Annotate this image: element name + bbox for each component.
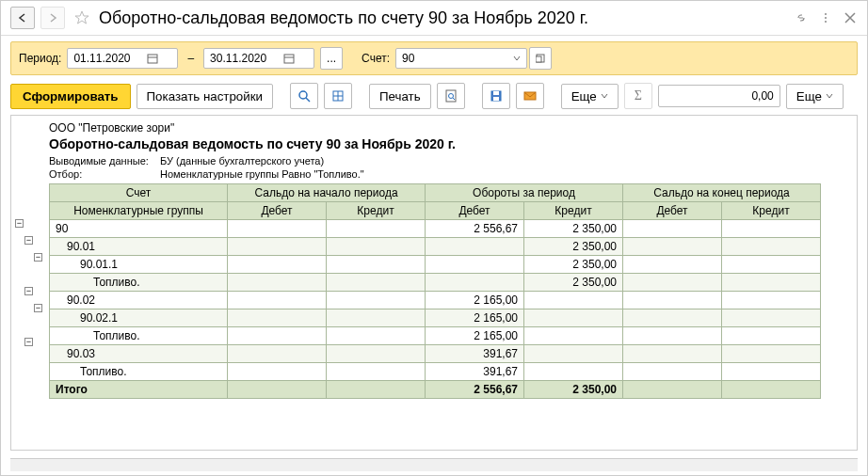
calendar-icon[interactable]: [147, 53, 158, 64]
table-row[interactable]: 90.012 350,00: [50, 238, 821, 256]
svg-point-0: [825, 13, 827, 15]
svg-rect-16: [493, 91, 499, 95]
cell-end-credit: [722, 363, 821, 381]
report-area[interactable]: −−−−−− ООО "Петровские зори" Оборотно-са…: [10, 115, 858, 451]
toolbar: Сформировать Показать настройки Печать Е…: [10, 83, 858, 109]
table-row[interactable]: 90.03391,67: [50, 345, 821, 363]
cell-turn-credit: [524, 292, 623, 309]
date-from-input[interactable]: [72, 51, 147, 66]
print-button[interactable]: Печать: [369, 84, 431, 109]
cell-end-credit: [722, 327, 821, 345]
cell-end-debit: [623, 327, 722, 345]
cell-turn-credit: [524, 327, 623, 345]
date-to-field[interactable]: [203, 48, 314, 69]
chevron-down-icon[interactable]: [513, 55, 521, 62]
account-value: 90: [402, 52, 414, 65]
cell-begin-debit: [228, 256, 327, 274]
svg-point-1: [825, 17, 827, 19]
show-settings-button[interactable]: Показать настройки: [137, 84, 273, 109]
search-button[interactable]: [290, 83, 318, 109]
back-button[interactable]: [10, 7, 35, 29]
meta-data-label: Выводимые данные:: [49, 155, 153, 167]
th-account: Счет: [50, 184, 228, 202]
report-title: Оборотно-сальдовая ведомость по счету 90…: [49, 136, 851, 151]
cell-account: Топливо.: [50, 363, 228, 381]
period-label: Период:: [19, 52, 61, 65]
th-credit: Кредит: [524, 202, 623, 220]
page-title: Оборотно-сальдовая ведомость по счету 90…: [99, 8, 788, 28]
calendar-icon[interactable]: [283, 53, 295, 64]
filter-value: Номенклатурные группы Равно "Топливо.": [160, 168, 364, 180]
th-begin: Сальдо на начало периода: [228, 184, 426, 202]
cell-begin-credit: [327, 292, 426, 309]
more-dropdown[interactable]: Еще: [561, 84, 619, 109]
more-dropdown-2[interactable]: Еще: [786, 84, 844, 109]
th-credit: Кредит: [722, 202, 821, 220]
tree-collapse-icon[interactable]: −: [15, 219, 24, 228]
cell-begin-credit: [327, 256, 426, 274]
cell-begin-credit: [327, 274, 426, 292]
cell-end-credit: [722, 309, 821, 327]
cell-account: 90.02: [50, 292, 228, 309]
account-open-button[interactable]: [529, 47, 552, 70]
table-row[interactable]: Топливо.2 350,00: [50, 274, 821, 292]
cell-begin-debit: [228, 309, 327, 327]
more-icon[interactable]: [818, 10, 833, 25]
svg-point-9: [299, 91, 307, 99]
horizontal-scrollbar[interactable]: [10, 458, 858, 471]
cell-end-debit: [623, 274, 722, 292]
save-button[interactable]: [482, 83, 510, 109]
table-row[interactable]: 90.02.12 165,00: [50, 309, 821, 327]
cell-end-credit: [722, 238, 821, 256]
tree-collapse-icon[interactable]: −: [34, 304, 42, 312]
tree-collapse-icon[interactable]: −: [24, 338, 33, 346]
report-table: Счет Сальдо на начало периода Обороты за…: [49, 183, 821, 399]
generate-button[interactable]: Сформировать: [10, 84, 131, 109]
cell-turn-debit: 2 556,67: [426, 220, 524, 238]
cell-account: 90.01.1: [50, 256, 228, 274]
table-row[interactable]: Топливо.2 165,00: [50, 327, 821, 345]
cell-begin-debit: [228, 292, 327, 309]
link-icon[interactable]: [794, 10, 809, 25]
th-end: Сальдо на конец периода: [623, 184, 821, 202]
table-row[interactable]: 90.01.12 350,00: [50, 256, 821, 274]
filter-label: Отбор:: [49, 168, 153, 180]
tree-collapse-icon[interactable]: −: [24, 287, 33, 295]
params-bar: Период: – ... Счет: 90: [10, 41, 858, 75]
period-picker-button[interactable]: ...: [320, 47, 343, 70]
preview-button[interactable]: [437, 83, 465, 109]
sum-value: 0,00: [658, 85, 780, 107]
tree-collapse-icon[interactable]: −: [24, 236, 33, 245]
cell-end-credit: [722, 292, 821, 309]
table-row[interactable]: Топливо.391,67: [50, 363, 821, 381]
cell-begin-debit: [228, 274, 327, 292]
svg-rect-5: [284, 55, 294, 63]
cell-account: 90.02.1: [50, 309, 228, 327]
close-icon[interactable]: [843, 10, 858, 25]
cell-end-credit: [722, 220, 821, 238]
table-row[interactable]: 90.022 165,00: [50, 292, 821, 309]
window: Оборотно-сальдовая ведомость по счету 90…: [0, 0, 868, 476]
tree-collapse-icon[interactable]: −: [34, 253, 42, 262]
email-button[interactable]: [516, 83, 544, 109]
svg-rect-8: [536, 56, 541, 62]
svg-line-14: [453, 98, 455, 100]
cell-end-debit: [623, 363, 722, 381]
cell-end-credit: [722, 274, 821, 292]
cell-account: 90.03: [50, 345, 228, 363]
forward-button[interactable]: [40, 7, 65, 29]
sigma-button[interactable]: Σ: [624, 83, 652, 109]
star-icon[interactable]: [74, 10, 89, 25]
date-to-input[interactable]: [208, 51, 283, 66]
account-input[interactable]: 90: [395, 48, 527, 69]
svg-rect-3: [148, 55, 157, 63]
cell-turn-debit: 391,67: [426, 363, 524, 381]
cell-turn-debit: [426, 238, 524, 256]
table-row[interactable]: 902 556,672 350,00: [50, 220, 821, 238]
svg-rect-17: [493, 97, 499, 101]
expand-button[interactable]: [324, 83, 352, 109]
cell-begin-debit: [228, 327, 327, 345]
th-debit: Дебет: [623, 202, 722, 220]
date-from-field[interactable]: [67, 48, 178, 69]
cell-end-credit: [722, 345, 821, 363]
